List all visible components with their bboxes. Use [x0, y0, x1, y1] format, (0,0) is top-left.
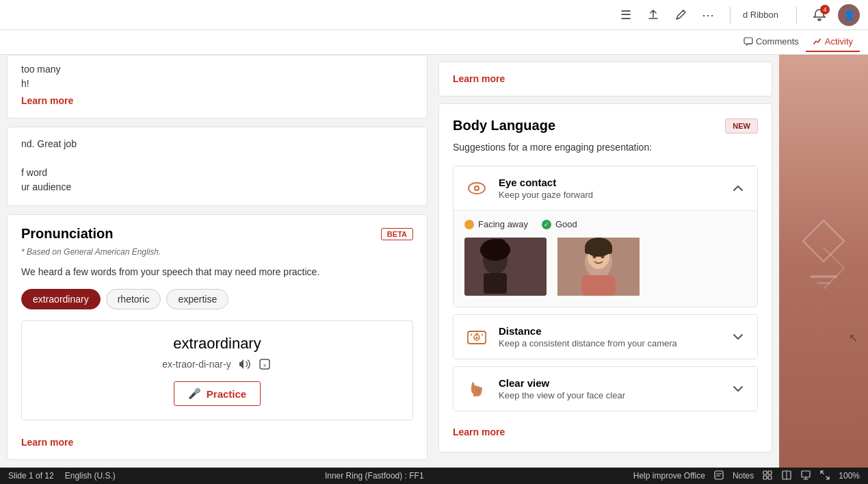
- top-right-card: Learn more: [438, 62, 772, 97]
- secondary-toolbar: Comments Activity: [0, 30, 868, 55]
- eye-contact-text: Eye contact Keep your gaze forward: [499, 177, 730, 200]
- svg-rect-31: [768, 471, 772, 474]
- pronunciation-card: Pronunciation BETA * Based on General Am…: [7, 214, 428, 460]
- slow-icon[interactable]: x: [257, 357, 272, 372]
- learn-more-body-lang[interactable]: Learn more: [453, 426, 505, 437]
- we-heard-text: We heard a few words from your speech th…: [21, 265, 413, 279]
- help-text: Help improve Office: [633, 471, 705, 481]
- practice-button[interactable]: 🎤 Practice: [174, 381, 261, 406]
- more-icon[interactable]: ⋯: [698, 5, 718, 25]
- avatar[interactable]: 👤: [838, 4, 860, 26]
- expand-icon[interactable]: [819, 470, 830, 483]
- svg-rect-30: [763, 471, 767, 474]
- cursor-indicator: ↖: [849, 331, 858, 344]
- eye-contact-toggle[interactable]: [730, 180, 746, 196]
- notes-button[interactable]: Notes: [733, 471, 754, 481]
- clear-view-toggle[interactable]: [730, 381, 746, 397]
- svg-rect-26: [817, 282, 830, 284]
- section-clear-view: Clear view Keep the view of your face cl…: [453, 366, 758, 411]
- body-language-card: Body Language NEW Suggestions for a more…: [438, 103, 772, 453]
- notification-button[interactable]: 4: [809, 5, 830, 25]
- svg-rect-32: [763, 476, 767, 479]
- svg-rect-19: [585, 247, 612, 254]
- divider: [730, 7, 731, 23]
- clipped-line-2: h!: [21, 78, 29, 89]
- clipped-mid-text: nd. Great job f word ur audience: [21, 137, 413, 194]
- learn-more-top-link[interactable]: Learn more: [21, 95, 73, 106]
- comments-label: Comments: [756, 36, 799, 47]
- main-content: too many h! Learn more nd. Great job f w…: [0, 55, 868, 468]
- top-right-learn-more[interactable]: Learn more: [453, 73, 505, 84]
- eye-contact-header[interactable]: Eye contact Keep your gaze forward: [453, 166, 757, 210]
- svg-point-5: [475, 187, 478, 190]
- view-icon-1[interactable]: [762, 470, 773, 483]
- eye-contact-icon: [464, 176, 489, 201]
- distance-desc: Keep a consistent distance from your cam…: [499, 338, 730, 348]
- status-facing-away: Facing away: [464, 219, 528, 229]
- clipped-line-1: too many: [21, 64, 61, 75]
- svg-rect-20: [581, 275, 616, 296]
- tab-activity[interactable]: Activity: [806, 32, 860, 52]
- clear-view-text: Clear view Keep the view of your face cl…: [499, 377, 730, 400]
- facing-away-label: Facing away: [478, 219, 528, 229]
- language-info: English (U.S.): [65, 471, 116, 481]
- distance-header[interactable]: Distance Keep a consistent distance from…: [453, 315, 757, 359]
- svg-rect-27: [715, 471, 723, 479]
- slide-thumbnail-strip: ↖: [779, 55, 868, 468]
- learn-more-pronunciation[interactable]: Learn more: [21, 437, 73, 448]
- distance-name: Distance: [499, 325, 730, 337]
- svg-point-10: [484, 240, 495, 251]
- clipped-line-3: nd. Great job: [21, 138, 77, 149]
- status-bar: Slide 1 of 12 English (U.S.) Inner Ring …: [0, 468, 868, 484]
- audio-icon[interactable]: [237, 357, 252, 372]
- notes-icon[interactable]: [713, 470, 724, 483]
- clipped-line-5: ur audience: [21, 181, 71, 192]
- section-eye-contact: Eye contact Keep your gaze forward Facin…: [453, 166, 758, 307]
- edit-icon[interactable]: [671, 5, 690, 25]
- body-lang-title: Body Language: [453, 118, 555, 133]
- new-badge: NEW: [725, 118, 758, 133]
- notification-badge: 4: [820, 5, 830, 14]
- view-icon-2[interactable]: [781, 470, 792, 483]
- chip-extraordinary[interactable]: extraordinary: [21, 289, 101, 309]
- tab-comments[interactable]: Comments: [737, 32, 806, 52]
- based-on-text: * Based on General American English.: [21, 247, 413, 257]
- top-toolbar: ☰ ⋯ d Ribbon 4 👤: [0, 0, 868, 30]
- zoom-level[interactable]: 100%: [839, 471, 860, 481]
- svg-point-12: [501, 245, 510, 255]
- distance-toggle[interactable]: [730, 329, 746, 345]
- slide-info-text: Slide 1 of 12: [8, 471, 54, 481]
- clipped-top-card: too many h! Learn more: [7, 55, 428, 118]
- practice-label: Practice: [207, 388, 246, 400]
- distance-icon: [464, 324, 489, 349]
- clear-view-name: Clear view: [499, 377, 730, 389]
- clear-view-icon: [464, 377, 489, 401]
- left-panel: too many h! Learn more nd. Great job f w…: [0, 55, 434, 468]
- beta-badge: BETA: [381, 228, 413, 240]
- word-phonetic-row: ex-traor-di-nar-y x: [36, 357, 399, 372]
- svg-rect-36: [802, 471, 810, 477]
- chip-expertise[interactable]: expertise: [166, 289, 228, 309]
- right-panel: Learn more Body Language NEW Suggestions…: [434, 55, 779, 468]
- ribbon-label: d Ribbon: [743, 10, 778, 20]
- distance-text: Distance Keep a consistent distance from…: [499, 325, 730, 348]
- body-lang-header: Body Language NEW: [453, 118, 758, 133]
- presenter-icon[interactable]: [800, 470, 811, 483]
- chip-rhetoric[interactable]: rhetoric: [106, 289, 161, 309]
- clipped-line-4: f word: [21, 167, 47, 178]
- share-icon[interactable]: [644, 5, 663, 25]
- clear-view-header[interactable]: Clear view Keep the view of your face cl…: [453, 367, 757, 411]
- eye-contact-name: Eye contact: [499, 177, 730, 188]
- word-detail-box: extraordinary ex-traor-di-nar-y x: [21, 320, 413, 420]
- warning-dot: [464, 220, 474, 229]
- clear-view-desc: Keep the view of your face clear: [499, 390, 730, 400]
- hamburger-icon[interactable]: ☰: [616, 5, 635, 25]
- language-text: English (U.S.): [65, 471, 116, 481]
- phonetic-text: ex-traor-di-nar-y: [162, 359, 231, 370]
- svg-text:x: x: [263, 362, 266, 368]
- word-chips-container: extraordinary rhetoric expertise: [21, 289, 413, 309]
- svg-rect-0: [744, 38, 752, 44]
- status-good: ✓ Good: [542, 219, 577, 229]
- section-distance: Distance Keep a consistent distance from…: [453, 314, 758, 359]
- divider2: [796, 7, 797, 23]
